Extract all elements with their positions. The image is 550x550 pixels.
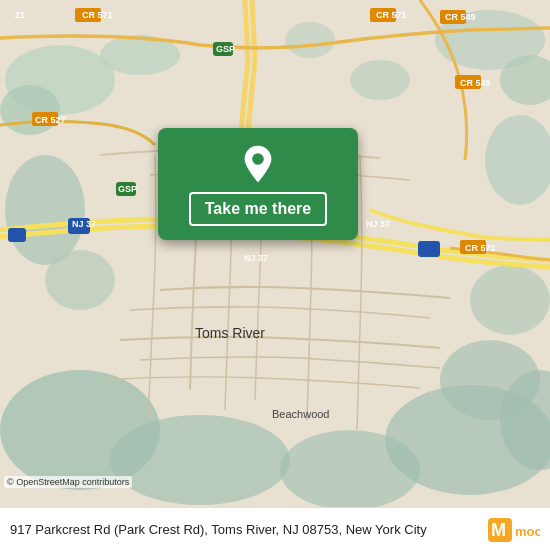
svg-rect-22 — [213, 42, 233, 56]
svg-point-2 — [0, 85, 60, 135]
osm-attribution: © OpenStreetMap contributors — [4, 476, 132, 488]
svg-point-31 — [252, 153, 264, 165]
svg-rect-27 — [455, 75, 481, 89]
svg-point-14 — [350, 60, 410, 100]
moovit-logo-svg: M moovit — [488, 516, 540, 544]
address-text: 917 Parkcrest Rd (Park Crest Rd), Toms R… — [10, 521, 478, 539]
map-container: CR 571 CR 571 CR 549 CR 549 CR 527 GSP G… — [0, 0, 550, 550]
svg-rect-23 — [116, 182, 136, 196]
svg-rect-18 — [68, 218, 90, 234]
location-pin-icon — [238, 144, 278, 184]
svg-text:moovit: moovit — [515, 524, 540, 539]
svg-rect-21 — [8, 228, 26, 242]
svg-point-15 — [285, 22, 335, 58]
take-me-there-button[interactable]: Take me there — [189, 192, 327, 226]
svg-rect-24 — [75, 8, 101, 22]
take-me-there-card: Take me there — [158, 128, 358, 240]
svg-point-7 — [5, 155, 85, 265]
svg-rect-20 — [418, 241, 440, 257]
svg-rect-25 — [370, 8, 396, 22]
svg-rect-26 — [440, 10, 466, 24]
svg-rect-28 — [32, 112, 58, 126]
svg-point-10 — [110, 415, 290, 505]
bottom-bar: 917 Parkcrest Rd (Park Crest Rd), Toms R… — [0, 507, 550, 550]
svg-point-16 — [470, 265, 550, 335]
svg-text:M: M — [491, 520, 506, 540]
svg-point-8 — [45, 250, 115, 310]
svg-point-17 — [440, 340, 540, 420]
map-background — [0, 0, 550, 550]
moovit-logo: M moovit — [488, 516, 540, 544]
svg-rect-29 — [460, 240, 486, 254]
